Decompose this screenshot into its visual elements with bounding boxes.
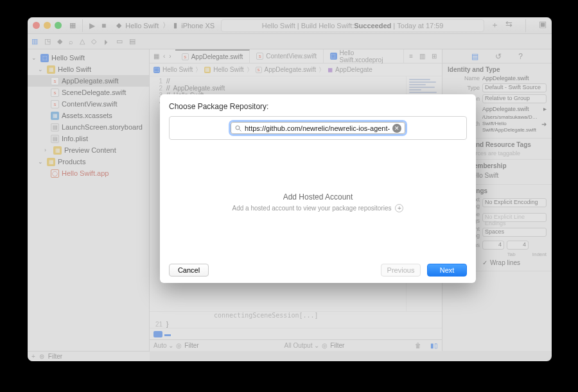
svg-point-0 (236, 126, 240, 130)
hosted-sub: Add a hosted account to view your packag… (232, 205, 392, 212)
package-url-input[interactable] (242, 124, 392, 132)
clear-input-icon[interactable]: ✕ (392, 124, 401, 133)
add-hosted-account-icon[interactable]: + (395, 204, 403, 212)
cancel-button[interactable]: Cancel (169, 264, 209, 277)
hosted-title: Add Hosted Account (283, 192, 353, 201)
previous-button[interactable]: Previous (381, 264, 421, 277)
package-repo-sheet: Choose Package Repository: ✕ Add Hosted … (160, 94, 476, 283)
search-icon (234, 124, 242, 132)
svg-line-1 (240, 129, 241, 131)
next-button[interactable]: Next (427, 264, 467, 277)
package-url-field[interactable]: ✕ (231, 122, 405, 134)
sheet-title: Choose Package Repository: (169, 102, 467, 111)
